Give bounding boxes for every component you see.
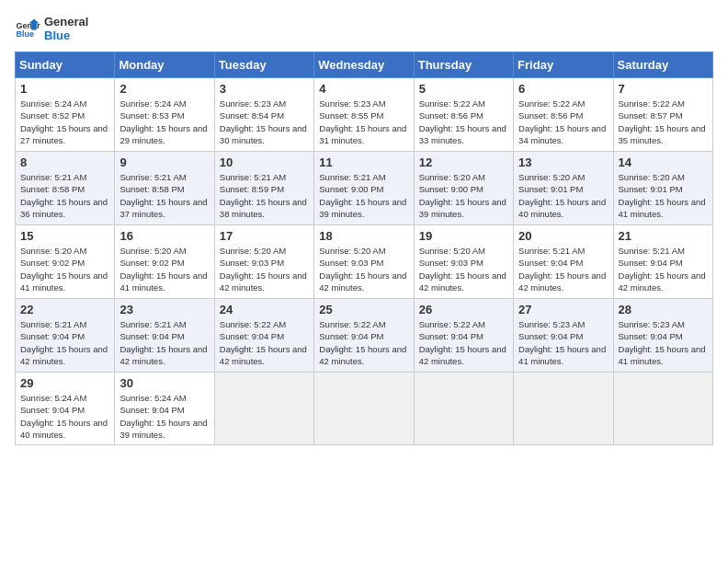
calendar-day-cell: 2 Sunrise: 5:24 AM Sunset: 8:53 PM Dayli… <box>115 78 214 152</box>
day-number: 1 <box>20 82 109 96</box>
day-number: 29 <box>20 376 109 390</box>
day-number: 3 <box>220 82 309 96</box>
logo: General Blue General Blue <box>15 15 88 42</box>
day-number: 25 <box>319 303 408 316</box>
calendar-day-cell: 27 Sunrise: 5:23 AM Sunset: 9:04 PM Dayl… <box>514 299 613 373</box>
calendar-day-cell: 14 Sunrise: 5:20 AM Sunset: 9:01 PM Dayl… <box>613 152 712 225</box>
day-info: Sunrise: 5:22 AM Sunset: 8:56 PM Dayligh… <box>419 98 508 146</box>
day-number: 6 <box>518 82 608 96</box>
day-number: 5 <box>419 82 508 96</box>
calendar-day-cell: 4 Sunrise: 5:23 AM Sunset: 8:55 PM Dayli… <box>314 78 414 152</box>
day-info: Sunrise: 5:20 AM Sunset: 9:00 PM Dayligh… <box>419 171 508 220</box>
day-info: Sunrise: 5:22 AM Sunset: 9:04 PM Dayligh… <box>419 318 508 367</box>
day-number: 10 <box>220 155 309 169</box>
calendar-week-row: 15 Sunrise: 5:20 AM Sunset: 9:02 PM Dayl… <box>16 225 713 299</box>
day-info: Sunrise: 5:21 AM Sunset: 8:59 PM Dayligh… <box>220 171 309 220</box>
calendar-day-cell: 26 Sunrise: 5:22 AM Sunset: 9:04 PM Dayl… <box>414 299 513 373</box>
header-saturday: Saturday <box>613 52 712 78</box>
calendar-week-row: 29 Sunrise: 5:24 AM Sunset: 9:04 PM Dayl… <box>16 373 713 445</box>
day-info: Sunrise: 5:24 AM Sunset: 9:04 PM Dayligh… <box>20 392 109 441</box>
calendar-day-cell: 19 Sunrise: 5:20 AM Sunset: 9:03 PM Dayl… <box>414 225 513 299</box>
day-info: Sunrise: 5:20 AM Sunset: 9:02 PM Dayligh… <box>119 245 209 293</box>
day-info: Sunrise: 5:20 AM Sunset: 9:02 PM Dayligh… <box>20 245 109 293</box>
calendar-day-cell: 18 Sunrise: 5:20 AM Sunset: 9:03 PM Dayl… <box>314 225 414 299</box>
calendar-day-cell <box>514 373 613 445</box>
header-monday: Monday <box>115 52 214 78</box>
calendar-day-cell: 8 Sunrise: 5:21 AM Sunset: 8:58 PM Dayli… <box>16 152 115 225</box>
day-number: 19 <box>419 229 508 243</box>
calendar-day-cell <box>314 373 414 445</box>
day-info: Sunrise: 5:20 AM Sunset: 9:01 PM Dayligh… <box>619 171 708 220</box>
day-number: 9 <box>119 155 209 169</box>
calendar-day-cell: 10 Sunrise: 5:21 AM Sunset: 8:59 PM Dayl… <box>214 152 313 225</box>
day-info: Sunrise: 5:24 AM Sunset: 8:53 PM Dayligh… <box>119 98 209 146</box>
calendar-day-cell: 24 Sunrise: 5:22 AM Sunset: 9:04 PM Dayl… <box>214 299 313 373</box>
day-info: Sunrise: 5:23 AM Sunset: 8:54 PM Dayligh… <box>220 98 309 146</box>
calendar-day-cell: 13 Sunrise: 5:20 AM Sunset: 9:01 PM Dayl… <box>514 152 613 225</box>
calendar-day-cell: 9 Sunrise: 5:21 AM Sunset: 8:58 PM Dayli… <box>115 152 214 225</box>
day-info: Sunrise: 5:22 AM Sunset: 8:56 PM Dayligh… <box>518 98 608 146</box>
calendar-day-cell: 12 Sunrise: 5:20 AM Sunset: 9:00 PM Dayl… <box>414 152 513 225</box>
day-number: 20 <box>518 229 608 243</box>
calendar-day-cell: 25 Sunrise: 5:22 AM Sunset: 9:04 PM Dayl… <box>314 299 414 373</box>
calendar-day-cell: 15 Sunrise: 5:20 AM Sunset: 9:02 PM Dayl… <box>16 225 115 299</box>
calendar-day-cell: 20 Sunrise: 5:21 AM Sunset: 9:04 PM Dayl… <box>514 225 613 299</box>
day-info: Sunrise: 5:22 AM Sunset: 8:57 PM Dayligh… <box>619 98 708 146</box>
header-thursday: Thursday <box>414 52 513 78</box>
calendar-day-cell: 21 Sunrise: 5:21 AM Sunset: 9:04 PM Dayl… <box>613 225 712 299</box>
day-info: Sunrise: 5:21 AM Sunset: 9:04 PM Dayligh… <box>20 318 109 367</box>
calendar-day-cell: 5 Sunrise: 5:22 AM Sunset: 8:56 PM Dayli… <box>414 78 513 152</box>
day-info: Sunrise: 5:21 AM Sunset: 9:04 PM Dayligh… <box>619 245 708 293</box>
day-number: 13 <box>518 155 608 169</box>
day-info: Sunrise: 5:24 AM Sunset: 8:52 PM Dayligh… <box>20 98 109 146</box>
day-number: 18 <box>319 229 408 243</box>
day-number: 26 <box>419 303 508 316</box>
day-info: Sunrise: 5:21 AM Sunset: 8:58 PM Dayligh… <box>20 171 109 220</box>
calendar-week-row: 8 Sunrise: 5:21 AM Sunset: 8:58 PM Dayli… <box>16 152 713 225</box>
header-friday: Friday <box>514 52 613 78</box>
calendar-header-row: SundayMondayTuesdayWednesdayThursdayFrid… <box>16 52 713 78</box>
calendar-day-cell: 17 Sunrise: 5:20 AM Sunset: 9:03 PM Dayl… <box>214 225 313 299</box>
header-sunday: Sunday <box>16 52 115 78</box>
day-number: 24 <box>220 303 309 316</box>
day-number: 22 <box>20 303 109 316</box>
page-header: General Blue General Blue <box>15 15 713 42</box>
calendar-week-row: 1 Sunrise: 5:24 AM Sunset: 8:52 PM Dayli… <box>16 78 713 152</box>
day-number: 30 <box>119 376 209 390</box>
day-info: Sunrise: 5:20 AM Sunset: 9:03 PM Dayligh… <box>319 245 408 293</box>
header-wednesday: Wednesday <box>314 52 414 78</box>
day-number: 17 <box>220 229 309 243</box>
day-number: 4 <box>319 82 408 96</box>
calendar-week-row: 22 Sunrise: 5:21 AM Sunset: 9:04 PM Dayl… <box>16 299 713 373</box>
calendar-day-cell <box>613 373 712 445</box>
day-info: Sunrise: 5:21 AM Sunset: 9:04 PM Dayligh… <box>518 245 608 293</box>
day-info: Sunrise: 5:24 AM Sunset: 9:04 PM Dayligh… <box>119 392 209 441</box>
day-info: Sunrise: 5:23 AM Sunset: 9:04 PM Dayligh… <box>619 318 708 367</box>
day-info: Sunrise: 5:23 AM Sunset: 8:55 PM Dayligh… <box>319 98 408 146</box>
calendar-day-cell: 29 Sunrise: 5:24 AM Sunset: 9:04 PM Dayl… <box>16 373 115 445</box>
day-number: 2 <box>119 82 209 96</box>
calendar-day-cell: 22 Sunrise: 5:21 AM Sunset: 9:04 PM Dayl… <box>16 299 115 373</box>
day-info: Sunrise: 5:20 AM Sunset: 9:01 PM Dayligh… <box>518 171 608 220</box>
calendar-day-cell <box>414 373 513 445</box>
logo-icon: General Blue <box>15 16 40 41</box>
calendar-day-cell: 16 Sunrise: 5:20 AM Sunset: 9:02 PM Dayl… <box>115 225 214 299</box>
day-number: 12 <box>419 155 508 169</box>
day-number: 27 <box>518 303 608 316</box>
logo-blue: Blue <box>44 29 88 42</box>
calendar-day-cell: 11 Sunrise: 5:21 AM Sunset: 9:00 PM Dayl… <box>314 152 414 225</box>
day-number: 28 <box>619 303 708 316</box>
day-info: Sunrise: 5:21 AM Sunset: 9:00 PM Dayligh… <box>319 171 408 220</box>
day-number: 15 <box>20 229 109 243</box>
day-number: 8 <box>20 155 109 169</box>
day-info: Sunrise: 5:22 AM Sunset: 9:04 PM Dayligh… <box>220 318 309 367</box>
logo-general: General <box>44 15 88 29</box>
day-number: 7 <box>619 82 708 96</box>
calendar-day-cell: 30 Sunrise: 5:24 AM Sunset: 9:04 PM Dayl… <box>115 373 214 445</box>
day-number: 11 <box>319 155 408 169</box>
calendar-day-cell: 28 Sunrise: 5:23 AM Sunset: 9:04 PM Dayl… <box>613 299 712 373</box>
day-number: 16 <box>119 229 209 243</box>
calendar-day-cell: 6 Sunrise: 5:22 AM Sunset: 8:56 PM Dayli… <box>514 78 613 152</box>
day-number: 23 <box>119 303 209 316</box>
day-info: Sunrise: 5:20 AM Sunset: 9:03 PM Dayligh… <box>419 245 508 293</box>
